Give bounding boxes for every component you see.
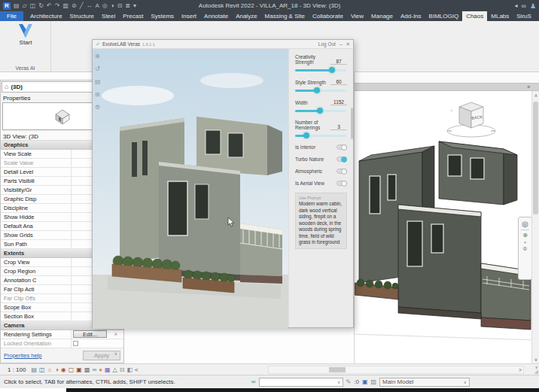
worksharing-icon[interactable]: ◧ <box>126 366 132 374</box>
detail-level-icon[interactable]: ▤ <box>31 366 37 374</box>
drawing-area-right[interactable]: ≡ <box>354 72 539 363</box>
press-drag-icon[interactable]: ✎ <box>346 378 352 385</box>
qat-customize-icon[interactable]: ▾ <box>133 2 136 10</box>
collapse-icon[interactable]: < <box>135 366 139 374</box>
tab-sirus[interactable]: SiruS <box>513 11 535 21</box>
sync-icon[interactable]: ↻ <box>38 2 44 10</box>
3d-view-icon[interactable]: ◎ <box>102 2 108 10</box>
redo-icon[interactable]: ↷ <box>55 2 60 10</box>
gallery-icon[interactable]: ▤ <box>95 78 101 85</box>
viewcube[interactable]: ⌂ BACK <box>443 95 500 143</box>
minimize-icon[interactable]: – <box>340 41 343 47</box>
toggle-switch[interactable] <box>336 144 347 150</box>
pin-icon[interactable]: ≡ <box>527 84 530 90</box>
main-model-select[interactable]: Main Model ∨ <box>379 378 470 387</box>
toggle-switch[interactable] <box>336 156 347 162</box>
slider-track[interactable] <box>295 69 346 71</box>
thin-lines-icon[interactable]: ≣ <box>125 2 130 10</box>
navbar-options-icon[interactable]: ⚙ <box>522 246 527 252</box>
slider-track[interactable] <box>295 135 346 137</box>
tab-structure[interactable]: Structure <box>66 11 98 21</box>
slider-value[interactable]: 1152 <box>330 99 347 105</box>
worksets-icon[interactable]: ∞ <box>251 378 256 385</box>
palette-scroll-down-icon[interactable]: ∨ <box>114 351 117 356</box>
veras-titlebar[interactable]: ✓ EvolveLAB Veras 1.6.1.1 Log Out – ✕ <box>93 40 353 49</box>
tab-chaos[interactable]: Chaos <box>462 11 487 21</box>
palette-scroll-up-icon[interactable]: ∧ <box>114 332 117 336</box>
modify-icon[interactable]: ⊘ <box>72 2 77 10</box>
tab-modify[interactable]: Modify <box>535 11 539 21</box>
slider-track[interactable] <box>295 90 346 92</box>
slider-value[interactable]: 3 <box>330 124 347 130</box>
reveal-hidden-icon[interactable]: ● <box>99 366 102 374</box>
render-icon[interactable]: ◑ <box>111 2 114 10</box>
section-icon[interactable]: ⊟ <box>117 2 123 10</box>
tab-collaborate[interactable]: Collaborate <box>309 11 347 21</box>
veras-scroll-thumb[interactable] <box>351 108 353 139</box>
navbar-more-icon[interactable]: ▾ <box>524 240 526 245</box>
shadows-icon[interactable]: ◑ <box>55 366 59 374</box>
property-row[interactable]: Rendering SettingsEdit... <box>1 330 123 339</box>
tab-steel[interactable]: Steel <box>98 11 119 21</box>
app-menu-icon[interactable]: ▤ <box>14 2 20 10</box>
slider-knob[interactable] <box>317 108 323 114</box>
rendering-dialog-icon[interactable]: ◉ <box>61 366 66 374</box>
slider-knob[interactable] <box>329 67 335 73</box>
hscroll-thumb[interactable] <box>329 367 346 372</box>
sun-path-icon[interactable]: ☼ <box>47 366 53 374</box>
tab-architecture[interactable]: Architecture <box>26 11 66 21</box>
scroll-thumb[interactable] <box>533 102 538 214</box>
properties-help-link[interactable]: Properties help <box>4 352 41 359</box>
open-icon[interactable]: ▱ <box>23 2 27 10</box>
visual-style-icon[interactable]: ◫ <box>39 366 45 374</box>
tab-view[interactable]: View <box>347 11 367 21</box>
slider-knob[interactable] <box>303 132 309 138</box>
zoom-icon[interactable]: ⊕ <box>522 232 528 239</box>
slider-knob[interactable] <box>314 87 320 93</box>
settings-icon[interactable]: ⚙ <box>95 104 101 111</box>
tab-systems[interactable]: Systems <box>147 11 178 21</box>
scroll-down-icon[interactable]: ∨ <box>532 357 539 362</box>
toggle-switch[interactable] <box>336 169 347 174</box>
tab-mlabs[interactable]: MLabs <box>487 11 513 21</box>
editable-only-icon[interactable]: ▣ <box>362 378 368 385</box>
veras-start-button[interactable]: Start <box>8 23 43 46</box>
logout-button[interactable]: Log Out <box>318 41 336 47</box>
slider-track[interactable] <box>295 110 346 112</box>
hscroll-right-icon[interactable]: > <box>519 367 522 372</box>
prompt-box[interactable]: Use Prompt Modern warm cabin, dark wood … <box>295 193 347 249</box>
property-row[interactable]: Locked Orientation <box>1 339 123 348</box>
edit-button[interactable]: Edit... <box>73 330 107 338</box>
constraints-icon[interactable]: ⊟ <box>120 366 125 374</box>
annotation-crop-icon[interactable]: ▩ <box>84 366 90 374</box>
horizontal-scrollbar[interactable]: > <box>268 366 524 374</box>
view-scale-control[interactable]: 1 : 100 <box>8 366 26 373</box>
revit-logo[interactable]: R <box>3 2 11 10</box>
right-vertical-scrollbar[interactable]: ∧ ∨ <box>531 91 539 363</box>
navigation-bar[interactable]: ◎ ⊕ ▾ ⚙ <box>518 217 532 280</box>
save-icon[interactable]: ◫ <box>30 2 36 10</box>
right-view-titlebar[interactable]: ≡ <box>355 83 539 91</box>
toggle-switch[interactable] <box>336 181 347 186</box>
tab-analyze[interactable]: Analyze <box>232 11 260 21</box>
crop-view-icon[interactable]: ▢ <box>69 366 75 374</box>
crop-region-icon[interactable]: ▣ <box>76 366 82 374</box>
analytical-model-icon[interactable]: △ <box>113 366 117 374</box>
history-icon[interactable]: ↺ <box>95 65 101 72</box>
slider-value[interactable]: 60 <box>330 79 347 85</box>
close-icon[interactable]: ✕ <box>346 41 350 47</box>
collapse-qat-icon[interactable]: ◂ <box>514 2 517 9</box>
add-icon[interactable]: ⊕ <box>95 53 101 59</box>
tab-manage[interactable]: Manage <box>367 11 397 21</box>
search-icon[interactable]: ∞ <box>522 2 526 10</box>
tab-file[interactable]: File <box>0 11 23 21</box>
active-workset-select[interactable]: ∨ <box>259 378 343 387</box>
tab-insert[interactable]: Insert <box>178 11 200 21</box>
tab-bimlogiq[interactable]: BIMLOGIQ <box>425 11 463 21</box>
veras-render-preview[interactable]: ⊕↺▤⊞⚙ <box>93 49 288 327</box>
exclude-options-icon[interactable]: ▨ <box>370 378 376 385</box>
undo-icon[interactable]: ↶ <box>47 2 52 10</box>
print-icon[interactable]: ▥ <box>62 2 69 10</box>
temporary-hide-icon[interactable]: ∞ <box>92 366 96 374</box>
tab-add-ins[interactable]: Add-Ins <box>397 11 425 21</box>
